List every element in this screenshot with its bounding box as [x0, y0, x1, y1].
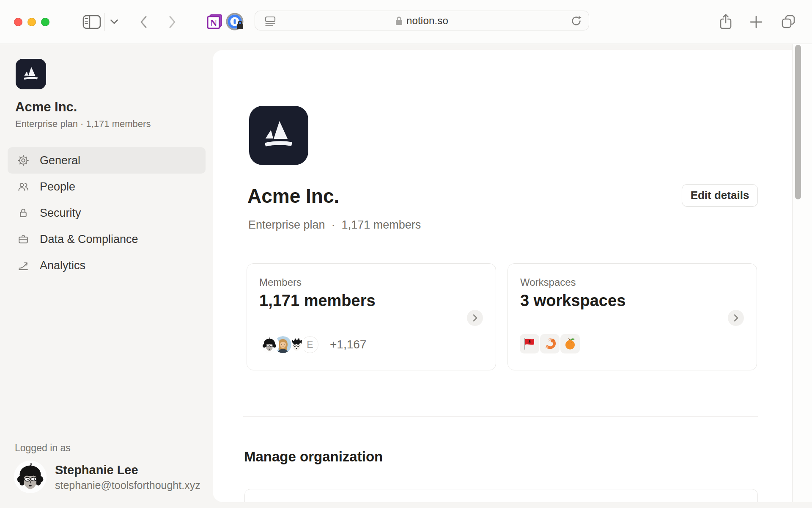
tab-overview-button[interactable]	[780, 14, 797, 30]
gear-icon	[17, 154, 30, 167]
onepassword-icon	[225, 12, 245, 32]
sidebar-item-people[interactable]: People	[8, 174, 206, 200]
settings-nav: General People	[8, 147, 206, 279]
workspace-emoji-tangerine	[560, 334, 580, 353]
share-button[interactable]	[717, 13, 734, 31]
notion-icon: N	[206, 13, 223, 30]
illustrated-woman-avatar	[14, 461, 47, 493]
share-icon	[719, 14, 732, 30]
members-card-value: 1,171 members	[259, 292, 376, 310]
workspace-emoji-shrimp	[540, 334, 560, 353]
workspaces-card-value: 3 workspaces	[520, 292, 625, 310]
lock-icon	[17, 207, 30, 219]
manage-organization-heading: Manage organization	[244, 449, 383, 465]
briefcase-icon	[17, 233, 30, 246]
sidebar-toggle-icon	[82, 15, 101, 29]
member-count-label: 1,171 members	[342, 218, 421, 232]
new-tab-button[interactable]	[749, 14, 764, 30]
tabs-icon	[781, 14, 796, 29]
url-bar[interactable]: notion.so	[255, 11, 589, 30]
page-content: Acme Inc. Enterprise plan · 1,171 member…	[0, 44, 812, 508]
onepassword-extension-button[interactable]	[225, 11, 245, 32]
org-meta-row: Enterprise plan · 1,171 members	[248, 218, 421, 232]
member-avatar-stack: E +1,167	[260, 334, 366, 355]
sidebar-org-meta: Enterprise plan · 1,171 members	[15, 119, 151, 130]
sidebar-item-label: Security	[40, 207, 81, 220]
edit-details-button[interactable]: Edit details	[682, 184, 758, 207]
sidebar-item-security[interactable]: Security	[8, 200, 206, 226]
user-email: stephanie@toolsforthought.xyz	[55, 479, 200, 491]
sidebar-item-analytics[interactable]: Analytics	[8, 252, 206, 279]
members-card[interactable]: Members 1,171 members	[247, 263, 496, 370]
member-avatar-1	[260, 335, 279, 354]
sailboat-icon	[21, 64, 41, 84]
members-card-chevron-button[interactable]	[467, 310, 483, 326]
forward-button[interactable]	[165, 15, 179, 29]
manage-organization-card[interactable]	[244, 489, 758, 502]
chevron-left-icon	[140, 16, 147, 28]
settings-main-panel: Acme Inc. Enterprise plan · 1,171 member…	[213, 50, 812, 502]
workspaces-card[interactable]: Workspaces 3 workspaces	[508, 263, 757, 370]
close-window-button[interactable]	[14, 18, 22, 26]
plan-label: Enterprise plan	[248, 218, 325, 232]
url-display: notion.so	[255, 11, 589, 30]
user-avatar	[14, 461, 47, 493]
zoom-window-button[interactable]	[41, 18, 49, 26]
org-logo-large	[249, 106, 308, 165]
reload-button[interactable]	[571, 15, 582, 27]
sidebar-item-label: General	[40, 154, 80, 167]
meta-separator: ·	[332, 218, 335, 232]
logged-in-as-label: Logged in as	[15, 442, 71, 454]
members-card-label: Members	[259, 276, 302, 288]
chevron-down-icon	[110, 19, 118, 25]
scrollbar-thumb[interactable]	[795, 45, 801, 199]
members-overflow-count: +1,167	[330, 338, 366, 351]
page-title: Acme Inc.	[247, 185, 339, 207]
plus-icon	[749, 15, 763, 29]
people-icon	[17, 180, 30, 193]
back-button[interactable]	[136, 15, 151, 29]
url-text: notion.so	[406, 15, 448, 27]
chevron-right-icon	[733, 314, 739, 322]
sidebar-item-label: Analytics	[40, 259, 85, 272]
workspace-emoji-albania-flag	[520, 334, 539, 353]
browser-toolbar: N	[0, 0, 812, 44]
sidebar-item-label: People	[40, 180, 75, 193]
tls-lock-icon	[395, 16, 403, 25]
svg-text:N: N	[210, 18, 217, 28]
sidebar-toggle-button[interactable]	[82, 14, 102, 30]
user-name: Stephanie Lee	[55, 463, 138, 477]
sidebar-item-data-compliance[interactable]: Data & Compliance	[8, 226, 206, 252]
sidebar-item-general[interactable]: General	[8, 147, 206, 174]
chevron-right-icon	[472, 314, 478, 322]
chevron-right-icon	[169, 16, 176, 28]
notion-extension-button[interactable]: N	[205, 12, 224, 31]
workspace-emoji-row	[520, 334, 580, 353]
scrollbar-gutter	[792, 44, 812, 502]
minimize-window-button[interactable]	[27, 18, 36, 26]
chart-trend-icon	[17, 259, 30, 272]
sidebar-item-label: Data & Compliance	[40, 233, 138, 246]
toolbar-separator	[104, 13, 105, 31]
sidebar-menu-chevron-button[interactable]	[108, 17, 120, 26]
org-logo-small	[16, 59, 46, 89]
sailboat-icon	[259, 116, 298, 155]
section-divider	[243, 416, 758, 417]
sidebar-org-name: Acme Inc.	[15, 99, 77, 115]
workspaces-card-chevron-button[interactable]	[728, 310, 744, 326]
workspaces-card-label: Workspaces	[520, 276, 576, 288]
